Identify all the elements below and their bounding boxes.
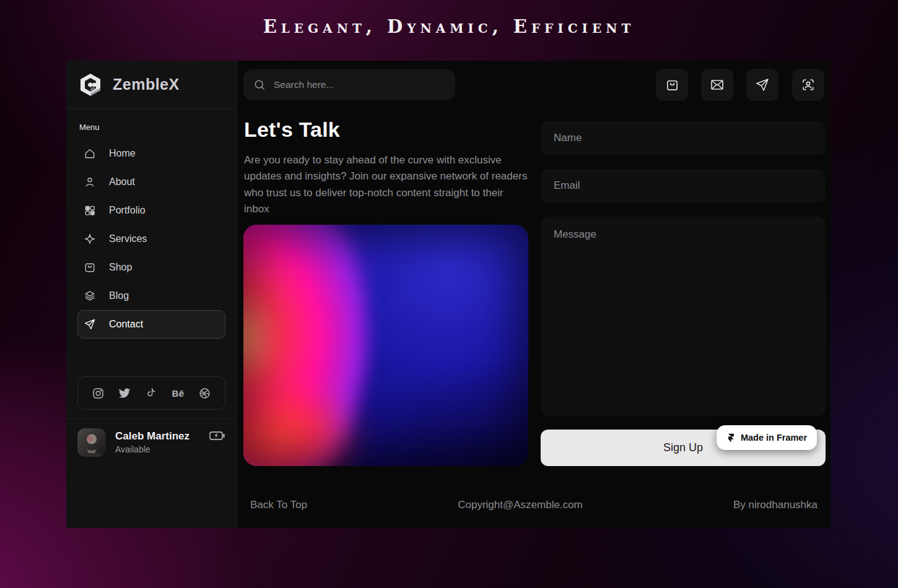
violet-blob (243, 225, 375, 340)
sidebar-item-label: Portfolio (109, 205, 146, 216)
sidebar-item-home[interactable]: Home (77, 139, 225, 168)
twitter-icon[interactable] (118, 386, 131, 400)
email-field[interactable] (541, 169, 826, 202)
copyright-text: Copyright@Aszemble.com (458, 499, 583, 511)
credit-text: By nirodhanushka (733, 499, 817, 511)
sidebar-item-shop[interactable]: Shop (77, 253, 225, 282)
pink-crescent-blob (243, 225, 377, 466)
search-bar[interactable] (243, 69, 455, 100)
mail-button[interactable] (701, 69, 733, 101)
brand-header: ZembleX (66, 61, 237, 109)
send-button[interactable] (746, 69, 778, 101)
layers-icon (84, 290, 96, 302)
sidebar: ZembleX Menu Home About (66, 61, 237, 528)
search-icon (253, 79, 266, 91)
mail-icon (710, 77, 725, 92)
made-in-framer-badge[interactable]: Made in Framer (717, 425, 817, 450)
tiktok-icon[interactable] (144, 386, 158, 400)
sidebar-item-label: Home (109, 148, 136, 159)
back-to-top-link[interactable]: Back To Top (250, 499, 307, 511)
sidebar-item-label: About (109, 176, 135, 188)
profile-text: Caleb Martinez Available (115, 430, 190, 456)
user-scan-icon (801, 77, 816, 92)
brand-name: ZembleX (113, 76, 180, 93)
sidebar-item-label: Blog (109, 290, 129, 301)
dribbble-icon[interactable] (198, 386, 212, 400)
footer: Back To Top Copyright@Aszemble.com By ni… (237, 499, 830, 511)
intro-paragraph: Are you ready to stay ahead of the curve… (244, 152, 529, 218)
user-scan-button[interactable] (792, 69, 824, 101)
search-input[interactable] (274, 79, 445, 90)
app-window: ZembleX Menu Home About (66, 61, 830, 528)
sidebar-item-label: Contact (109, 319, 143, 330)
user-icon (84, 176, 96, 188)
name-field[interactable] (541, 121, 826, 155)
avatar (77, 428, 106, 457)
badge-label: Made in Framer (741, 433, 807, 443)
profile-name: Caleb Martinez (115, 430, 190, 443)
page-heading: Let's Talk (244, 118, 340, 142)
shopping-bag-icon (665, 78, 679, 92)
user-profile[interactable]: Caleb Martinez Available (66, 418, 237, 466)
message-field[interactable] (541, 217, 826, 416)
page-title: Elegant, Dynamic, Efficient (0, 16, 898, 37)
shopping-bag-button[interactable] (656, 69, 688, 101)
main-content: Let's Talk Are you ready to stay ahead o… (237, 61, 830, 528)
sidebar-item-portfolio[interactable]: Portfolio (77, 196, 225, 225)
shopping-bag-icon (84, 261, 96, 274)
sidebar-item-about[interactable]: About (77, 168, 225, 196)
instagram-icon[interactable] (91, 386, 105, 400)
profile-status: Available (115, 443, 190, 456)
behance-icon[interactable]: Bē (172, 386, 185, 400)
framer-logo-icon (726, 433, 736, 443)
red-glow-blob (243, 379, 363, 466)
menu-section-label: Menu (79, 123, 225, 132)
grid-icon (84, 204, 96, 217)
gradient-artwork-image (243, 225, 528, 466)
main-menu: Home About Portfolio (77, 139, 225, 339)
sidebar-item-label: Services (109, 233, 147, 244)
sidebar-item-label: Shop (109, 262, 132, 273)
sidebar-item-blog[interactable]: Blog (77, 282, 225, 310)
hexagon-c-logo-icon (77, 72, 103, 98)
home-icon (84, 147, 96, 160)
send-icon (755, 77, 770, 92)
sidebar-menu-section: Menu Home About (66, 109, 237, 418)
social-links-bar: Bē (77, 376, 225, 410)
page-background: Elegant, Dynamic, Efficient ZembleX (0, 0, 898, 588)
send-icon (84, 318, 96, 331)
sidebar-item-services[interactable]: Services (77, 225, 225, 253)
battery-charging-icon (209, 431, 225, 441)
sparkle-icon (84, 233, 96, 245)
sidebar-item-contact[interactable]: Contact (77, 310, 225, 339)
